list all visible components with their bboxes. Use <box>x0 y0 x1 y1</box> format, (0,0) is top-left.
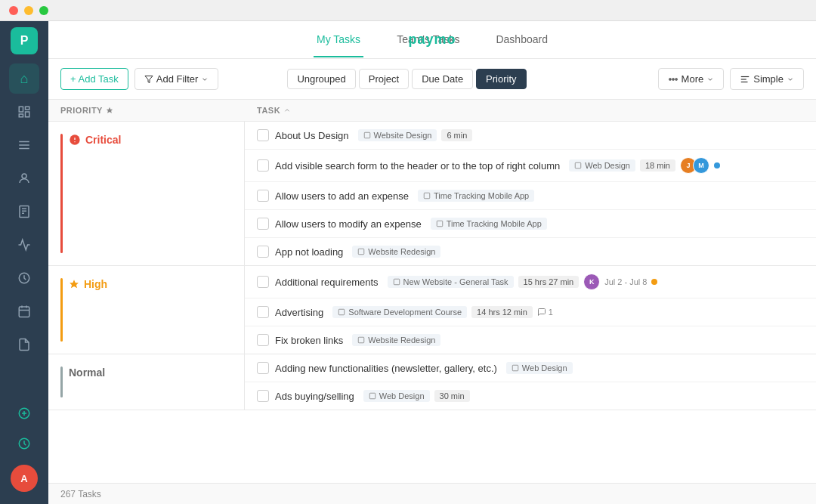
filter-ungrouped[interactable]: Ungrouped <box>287 69 355 89</box>
sidebar-item-charts[interactable] <box>9 230 39 260</box>
table-row: Allow users to modify an expense Time Tr… <box>245 210 816 238</box>
top-navigation: paymo My Tasks Team's Tasks Dashboard <box>48 21 816 59</box>
tasks-critical: About Us Design Website Design 6 min Ad <box>245 122 816 265</box>
status-dot <box>651 279 657 285</box>
main-content: paymo My Tasks Team's Tasks Dashboard + … <box>48 21 816 504</box>
title-bar <box>0 0 816 21</box>
filter-group: Ungrouped Project Due Date Priority <box>287 69 526 89</box>
tab-dashboard[interactable]: Dashboard <box>493 23 551 57</box>
sidebar-item-clients[interactable] <box>9 163 39 193</box>
tab-my-tasks[interactable]: My Tasks <box>314 23 363 57</box>
sidebar-item-docs[interactable] <box>9 329 39 360</box>
filter-label: Add Filter <box>156 73 199 85</box>
avatar: M <box>693 157 709 174</box>
avatar: K <box>583 274 600 290</box>
task-meta: Web Design <box>506 362 573 374</box>
maximize-dot[interactable] <box>39 6 48 15</box>
svg-rect-1 <box>26 107 29 110</box>
task-name: Allow users to add an expense <box>275 190 409 202</box>
minimize-dot[interactable] <box>24 6 33 15</box>
table-row: Add visible search form to the header or… <box>245 150 816 182</box>
task-checkbox[interactable] <box>257 159 269 172</box>
task-tag: Time Tracking Mobile App <box>418 190 534 202</box>
task-name: Add visible search form to the header or… <box>275 160 560 172</box>
svg-rect-32 <box>437 221 443 227</box>
task-tag: Website Design <box>358 129 437 141</box>
task-meta: Time Tracking Mobile App <box>431 218 547 230</box>
svg-rect-2 <box>26 112 29 117</box>
view-label: Simple <box>753 73 784 85</box>
task-tag: Website Redesign <box>352 246 440 258</box>
task-checkbox[interactable] <box>257 362 269 374</box>
sidebar-item-reports[interactable] <box>9 97 39 127</box>
svg-rect-38 <box>512 365 518 371</box>
app-logo: paymo <box>408 32 456 48</box>
table-row: Additional requirements New Website - Ge… <box>245 266 816 298</box>
task-checkbox[interactable] <box>257 306 269 318</box>
svg-marker-34 <box>70 280 79 288</box>
svg-point-28 <box>74 141 75 142</box>
task-tag: Time Tracking Mobile App <box>431 218 547 230</box>
task-name: Fix broken links <box>275 335 343 346</box>
filter-priority[interactable]: Priority <box>476 69 526 89</box>
col-task-header: TASK <box>257 106 804 115</box>
svg-marker-18 <box>145 76 153 82</box>
tasks-normal: Adding new functionalities (newsletter, … <box>245 354 816 410</box>
task-checkbox[interactable] <box>257 218 269 230</box>
sidebar-item-home[interactable]: ⌂ <box>9 63 39 94</box>
table-row: Adding new functionalities (newsletter, … <box>245 354 816 382</box>
task-tag: New Website - General Task <box>388 276 514 288</box>
priority-cell-normal: Normal <box>48 354 245 410</box>
sidebar-item-projects[interactable] <box>9 130 39 160</box>
task-name: Additional requirements <box>275 277 379 288</box>
task-name: Allow users to modify an expense <box>275 218 422 230</box>
add-filter-button[interactable]: Add Filter <box>134 68 219 90</box>
add-task-button[interactable]: + Add Task <box>60 68 128 90</box>
table-row: Allow users to add an expense Time Track… <box>245 182 816 210</box>
task-checkbox[interactable] <box>257 129 269 141</box>
priority-group-critical: Critical About Us Design Website Design <box>48 122 816 266</box>
task-meta: Website Redesign <box>352 334 440 346</box>
view-button[interactable]: Simple <box>730 68 804 90</box>
priority-bar-critical <box>60 134 63 253</box>
priority-group-high: High Additional requirements New Website… <box>48 266 816 354</box>
priority-cell-critical: Critical <box>48 122 245 265</box>
task-name: Adding new functionalities (newsletter, … <box>275 363 497 374</box>
task-name: About Us Design <box>275 130 349 141</box>
task-tag: Web Design <box>506 362 573 374</box>
filter-due-date[interactable]: Due Date <box>412 69 473 89</box>
close-dot[interactable] <box>9 6 18 15</box>
sidebar-item-time[interactable] <box>9 263 39 293</box>
time-badge: 15 hrs 27 min <box>518 276 580 288</box>
sidebar-item-add[interactable] <box>9 398 39 428</box>
toolbar-right: More Simple <box>658 68 804 90</box>
sidebar-item-invoices[interactable] <box>9 196 39 227</box>
task-checkbox[interactable] <box>257 390 269 402</box>
task-checkbox[interactable] <box>257 276 269 288</box>
task-checkbox[interactable] <box>257 334 269 346</box>
svg-rect-37 <box>359 337 365 343</box>
time-badge: 18 min <box>640 159 675 172</box>
svg-rect-31 <box>424 193 430 199</box>
sidebar: P ⌂ <box>0 21 48 504</box>
sidebar-item-timer[interactable] <box>9 428 39 459</box>
svg-rect-39 <box>369 393 376 399</box>
priority-cell-high: High <box>48 266 245 354</box>
priority-group-normal: Normal Adding new functionalities (newsl… <box>48 354 816 410</box>
task-meta: Website Redesign <box>352 246 440 258</box>
sidebar-item-calendar[interactable] <box>9 296 39 326</box>
filter-project[interactable]: Project <box>359 69 409 89</box>
task-meta: New Website - General Task 15 hrs 27 min… <box>388 274 658 290</box>
task-list: Critical About Us Design Website Design <box>48 122 816 483</box>
svg-rect-0 <box>19 107 23 112</box>
more-button[interactable]: More <box>658 68 725 90</box>
svg-rect-10 <box>19 307 29 317</box>
task-checkbox[interactable] <box>257 246 269 258</box>
user-avatar[interactable]: A <box>11 465 38 492</box>
svg-point-21 <box>669 78 670 79</box>
task-checkbox[interactable] <box>257 190 269 202</box>
svg-rect-30 <box>575 162 581 169</box>
priority-bar-normal <box>60 366 63 397</box>
toolbar: + Add Task Add Filter Ungrouped Project … <box>48 59 816 100</box>
task-name: Ads buying/selling <box>275 391 354 402</box>
